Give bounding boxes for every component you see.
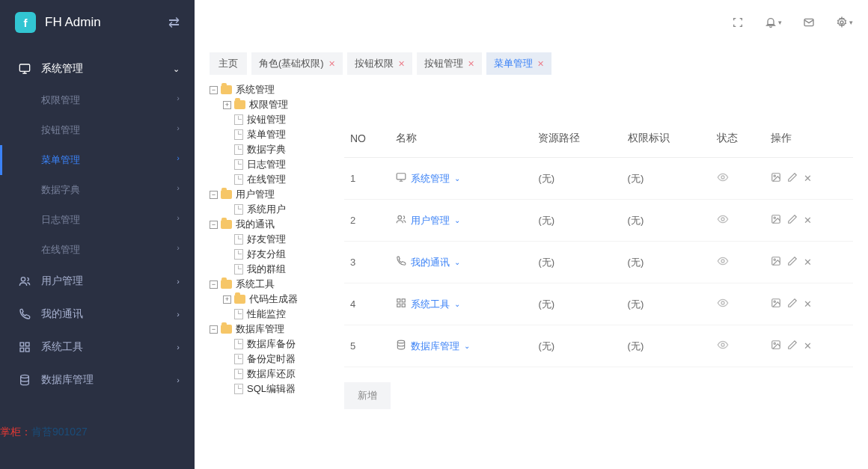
eye-icon[interactable]	[717, 174, 729, 186]
tree-node[interactable]: 性能监控	[210, 307, 329, 322]
tab-label: 菜单管理	[494, 57, 533, 70]
image-icon[interactable]	[771, 298, 781, 310]
tab[interactable]: 按钮权限✕	[347, 52, 412, 75]
collapse-icon[interactable]: −	[210, 86, 218, 94]
nav-child[interactable]: 权限管理›	[0, 85, 195, 115]
tree-node[interactable]: 在线管理	[210, 172, 329, 187]
tree-label: 我的群组	[247, 263, 286, 276]
edit-icon[interactable]	[787, 298, 798, 310]
delete-icon[interactable]: ✕	[804, 173, 812, 184]
tree-node[interactable]: 菜单管理	[210, 127, 329, 142]
monitor-icon	[17, 63, 32, 75]
tree-node[interactable]: 按钮管理	[210, 112, 329, 127]
image-icon[interactable]	[771, 340, 781, 352]
tree-label: 在线管理	[247, 173, 286, 186]
nav-child[interactable]: 数据字典›	[0, 175, 195, 205]
eye-icon[interactable]	[717, 216, 729, 227]
tab[interactable]: 主页	[210, 52, 247, 75]
tree-node[interactable]: 数据库备份	[210, 337, 329, 352]
image-icon[interactable]	[771, 172, 781, 185]
nav-child[interactable]: 按钮管理›	[0, 115, 195, 145]
folder-icon	[234, 295, 245, 304]
nav-child[interactable]: 菜单管理›	[0, 145, 195, 175]
nav-item-phone[interactable]: 我的通讯›	[2, 298, 195, 331]
tree-node[interactable]: 好友管理	[210, 232, 329, 247]
tree-node[interactable]: 系统用户	[210, 202, 329, 217]
tree-spacer	[223, 146, 231, 154]
close-icon[interactable]: ✕	[468, 59, 474, 69]
tree-node[interactable]: 好友分组	[210, 247, 329, 262]
cell-no: 3	[344, 242, 390, 283]
collapse-icon[interactable]: −	[210, 221, 218, 229]
sidebar-toggle-icon[interactable]: ⇄	[168, 14, 180, 31]
chevron-icon: ›	[177, 310, 180, 319]
row-name-link[interactable]: 用户管理 ⌄	[396, 214, 460, 227]
tree-spacer	[223, 131, 231, 139]
gear-icon[interactable]: ▾	[836, 16, 853, 28]
tree-node[interactable]: −用户管理	[210, 187, 329, 202]
menu-table: NO 名称 资源路径 权限标识 状态 操作 1系统管理 ⌄(无)(无)✕2用户管…	[344, 120, 853, 367]
tree-node[interactable]: −系统管理	[210, 82, 329, 97]
tree-node[interactable]: −我的通讯	[210, 217, 329, 232]
row-name-link[interactable]: 数据库管理 ⌄	[396, 340, 470, 353]
tab[interactable]: 角色(基础权限)✕	[251, 52, 343, 75]
nav-item-monitor[interactable]: 系统管理⌄	[2, 52, 195, 85]
tree-spacer	[223, 251, 231, 259]
tree-label: 备份定时器	[247, 352, 296, 366]
main-panel: NO 名称 资源路径 权限标识 状态 操作 1系统管理 ⌄(无)(无)✕2用户管…	[344, 120, 853, 409]
file-icon	[234, 369, 243, 379]
nav-item-db[interactable]: 数据库管理›	[2, 364, 195, 396]
tree-node[interactable]: 数据库还原	[210, 367, 329, 381]
tree-label: 我的通讯	[236, 218, 275, 231]
delete-icon[interactable]: ✕	[804, 340, 812, 352]
image-icon[interactable]	[771, 214, 781, 227]
row-name-label: 数据库管理	[411, 340, 459, 353]
eye-icon[interactable]	[717, 300, 729, 311]
delete-icon[interactable]: ✕	[804, 215, 812, 226]
edit-icon[interactable]	[787, 340, 798, 352]
eye-icon[interactable]	[717, 258, 729, 269]
row-name-link[interactable]: 我的通讯 ⌄	[396, 256, 460, 269]
tree-node[interactable]: 日志管理	[210, 157, 329, 172]
nav-group: 数据库管理›	[0, 364, 195, 396]
expand-icon[interactable]: +	[223, 295, 231, 304]
edit-icon[interactable]	[787, 214, 798, 227]
collapse-icon[interactable]: −	[210, 325, 218, 334]
row-name-link[interactable]: 系统工具 ⌄	[396, 298, 460, 311]
eye-icon[interactable]	[717, 342, 729, 353]
tree-spacer	[223, 385, 231, 393]
tree-node[interactable]: 数据字典	[210, 142, 329, 157]
tree-label: 数据字典	[247, 143, 286, 156]
edit-icon[interactable]	[787, 172, 798, 185]
tree-node[interactable]: +权限管理	[210, 97, 329, 112]
tab[interactable]: 菜单管理✕	[486, 52, 551, 75]
image-icon[interactable]	[771, 256, 781, 269]
delete-icon[interactable]: ✕	[804, 257, 812, 268]
nav-child[interactable]: 在线管理›	[0, 235, 195, 265]
close-icon[interactable]: ✕	[398, 59, 405, 69]
tree-node[interactable]: SQL编辑器	[210, 381, 329, 396]
tree-node[interactable]: +代码生成器	[210, 292, 329, 307]
tree-node[interactable]: −数据库管理	[210, 322, 329, 337]
bell-icon[interactable]: ▾	[765, 16, 782, 28]
tree-label: 代码生成器	[249, 292, 298, 306]
edit-icon[interactable]	[787, 256, 798, 269]
row-name-link[interactable]: 系统管理 ⌄	[396, 172, 460, 186]
close-icon[interactable]: ✕	[328, 59, 335, 69]
nav-item-grid[interactable]: 系统工具›	[2, 331, 195, 364]
nav-item-users[interactable]: 用户管理›	[2, 265, 195, 298]
collapse-icon[interactable]: −	[210, 191, 218, 199]
expand-icon[interactable]: +	[223, 101, 231, 109]
tree-node[interactable]: 我的群组	[210, 262, 329, 277]
nav-child[interactable]: 日志管理›	[0, 205, 195, 235]
tree-label: 系统管理	[236, 83, 275, 96]
collapse-icon[interactable]: −	[210, 281, 218, 289]
tree-node[interactable]: −系统工具	[210, 277, 329, 292]
tab[interactable]: 按钮管理✕	[417, 52, 482, 75]
delete-icon[interactable]: ✕	[804, 298, 812, 310]
tree-node[interactable]: 备份定时器	[210, 352, 329, 367]
close-icon[interactable]: ✕	[537, 59, 544, 69]
mail-icon[interactable]	[803, 16, 815, 28]
new-button[interactable]: 新增	[344, 382, 391, 409]
fullscreen-icon[interactable]	[732, 16, 744, 28]
